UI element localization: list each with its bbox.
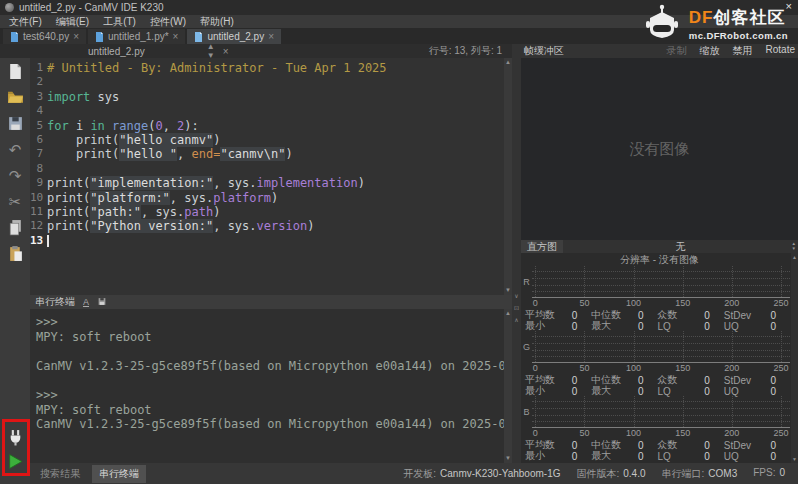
histogram-plot [532, 266, 790, 298]
tab-untitled-1[interactable]: untitled_1.py* × [88, 29, 185, 44]
menu-tools[interactable]: 工具(T) [96, 15, 143, 29]
histogram-channel: G 050100150200250 平均数0中位数0众数0StDev0 最小0最… [521, 331, 798, 396]
rotate-button[interactable]: Rotate [766, 44, 795, 58]
document-bar: untitled_2.py ▲▼ × 行号: 13, 列号: 1 [0, 44, 512, 58]
record-button: 录制 [667, 44, 687, 58]
tab-serial-terminal[interactable]: 串行终端 [92, 465, 146, 483]
framebuffer-title: 帧缓冲区 [524, 44, 564, 58]
bottom-bar: 搜索结果 串行终端 开发板:Canmv-K230-Yahboom-1G 固件版本… [30, 463, 798, 484]
terminal-header: 串行终端 A ∧ × [30, 295, 512, 309]
histogram-scrollbar[interactable]: ▲ ▼ [791, 253, 798, 463]
stats-row: 最小0最大0LQ0UQ0 [521, 449, 790, 460]
run-script-icon[interactable] [7, 453, 24, 470]
zoom-button[interactable]: 缩放 [700, 44, 720, 58]
scroll-down-icon[interactable]: ▼ [791, 456, 798, 462]
document-selector[interactable]: untitled_2.py [88, 46, 145, 57]
tab-label: test640.py [23, 31, 69, 42]
tab-search-results[interactable]: 搜索结果 [33, 465, 87, 483]
x-axis-labels: 050100150200250 [532, 298, 790, 308]
menu-help[interactable]: 帮助(H) [193, 15, 241, 29]
stats-row: 平均数0中位数0众数0StDev0 [521, 438, 790, 449]
stats-row: 平均数0中位数0众数0StDev0 [521, 308, 790, 319]
x-axis-labels: 050100150200250 [532, 363, 790, 373]
code-editor[interactable]: 1# Untitled - By: Administrator - Tue Ap… [30, 58, 512, 295]
terminal-header-label: 串行终端 [35, 295, 75, 309]
scroll-up-icon[interactable]: ▲ [504, 310, 512, 317]
window-title: untitled_2.py - CanMV IDE K230 [19, 2, 164, 13]
panel-splitter[interactable]: ∨ ⊡ ∧ [512, 44, 521, 463]
scroll-up-icon[interactable]: ▲ [504, 59, 512, 66]
firmware-value: 0.4.0 [623, 468, 645, 479]
histogram-toolbar: 直方图 无 ▲▼ [521, 240, 798, 253]
histogram-channel: B 050100150200250 平均数0中位数0众数0StDev0 最小0最… [521, 396, 798, 461]
framebuffer-view: 没有图像 [521, 58, 798, 240]
file-icon [194, 32, 203, 42]
robot-logo-icon [641, 4, 683, 42]
canmv-ide-window: untitled_2.py - CanMV IDE K230 × 文件(F) 编… [0, 0, 798, 484]
tab-untitled-2[interactable]: untitled_2.py × [187, 29, 281, 44]
histogram-label: 直方图 [521, 240, 563, 253]
terminal-scrollbar[interactable]: ▲ ▼ [504, 309, 512, 463]
scroll-up-icon[interactable]: ▲ [791, 254, 798, 260]
channel-label: R [521, 266, 532, 298]
copy-icon[interactable] [6, 218, 24, 236]
channel-label: G [521, 331, 532, 363]
serial-port-value: COM3 [708, 468, 737, 479]
terminal-output: >>> MPY: soft reboot CanMV v1.2.3-25-g5c… [30, 309, 512, 432]
watermark-url: mc.DFRobot.com.cn [689, 30, 788, 41]
serial-terminal[interactable]: >>> MPY: soft reboot CanMV v1.2.3-25-g5c… [30, 309, 512, 463]
histogram-plot [532, 396, 790, 428]
redo-icon[interactable]: ↷ [6, 166, 24, 184]
new-file-icon[interactable] [6, 62, 24, 80]
menu-widgets[interactable]: 控件(W) [143, 15, 193, 29]
framebuffer-header: 帧缓冲区 录制 缩放 禁用 Rotate [521, 44, 798, 58]
status-bar: 开发板:Canmv-K230-Yahboom-1G 固件版本:0.4.0 串行端… [403, 467, 798, 481]
connect-board-icon[interactable] [6, 428, 24, 446]
app-logo-icon [5, 3, 14, 12]
save-file-icon[interactable] [6, 114, 24, 132]
histogram-mode-select[interactable]: 无 ▲▼ [563, 240, 798, 253]
histogram-plot [532, 331, 790, 363]
scroll-down-icon[interactable]: ▼ [504, 287, 512, 294]
terminal-font-icon[interactable]: A [83, 298, 89, 307]
stats-row: 最小0最大0LQ0UQ0 [521, 384, 790, 395]
file-icon [95, 32, 104, 42]
tab-test640[interactable]: test640.py × [3, 29, 86, 44]
fps-value: 0 [779, 467, 785, 478]
terminal-save-log-icon[interactable] [97, 297, 107, 308]
firmware-label: 固件版本: [576, 468, 619, 479]
histogram-chart-title: 分辨率 - 没有图像 [521, 253, 798, 266]
paste-icon[interactable] [6, 244, 24, 262]
window-close-icon[interactable]: × [786, 1, 792, 12]
dropdown-arrows-icon[interactable]: ▲▼ [792, 241, 796, 251]
x-axis-labels: 050100150200250 [532, 428, 790, 438]
fps-label: FPS: [753, 467, 775, 478]
caret-position-status: 行号: 13, 列号: 1 [429, 44, 512, 58]
splitter-maximize-icon[interactable]: ⊡ [514, 302, 519, 314]
histogram-panel: 直方图 无 ▲▼ 分辨率 - 没有图像 R 050100150200250 平均… [521, 240, 798, 463]
scroll-down-icon[interactable]: ▼ [504, 455, 512, 462]
file-icon [10, 32, 19, 42]
histogram-mode-value: 无 [676, 240, 686, 254]
right-panel: ∨ ⊡ ∧ 帧缓冲区 录制 缩放 禁用 Rotate 没有图像 直方图 [512, 44, 798, 463]
splitter-collapse-down-icon[interactable]: ∨ [514, 290, 518, 302]
board-label: 开发板: [403, 468, 436, 479]
dfrobot-watermark: DF创客社区 mc.DFRobot.com.cn [641, 4, 788, 42]
splitter-collapse-up-icon[interactable]: ∧ [514, 314, 518, 326]
menu-edit[interactable]: 编辑(E) [49, 15, 96, 29]
open-file-icon[interactable] [6, 88, 24, 106]
editor-scrollbar[interactable]: ▲ ▼ [504, 58, 512, 295]
disable-button[interactable]: 禁用 [733, 44, 753, 58]
tab-label: untitled_1.py* [108, 31, 169, 42]
watermark-brand: DF创客社区 [689, 6, 788, 29]
menu-file[interactable]: 文件(F) [2, 15, 49, 29]
tab-close-icon[interactable]: × [268, 31, 274, 42]
tab-close-icon[interactable]: × [73, 31, 79, 42]
cut-icon[interactable]: ✂ [6, 192, 24, 210]
histogram-channel: R 050100150200250 平均数0中位数0众数0StDev0 最小0最… [521, 266, 798, 331]
undo-icon[interactable]: ↶ [6, 140, 24, 158]
tab-close-icon[interactable]: × [173, 31, 179, 42]
histogram-channels: R 050100150200250 平均数0中位数0众数0StDev0 最小0最… [521, 266, 798, 461]
document-close-icon[interactable]: × [223, 46, 229, 57]
stats-row: 最小0最大0LQ0UQ0 [521, 319, 790, 330]
